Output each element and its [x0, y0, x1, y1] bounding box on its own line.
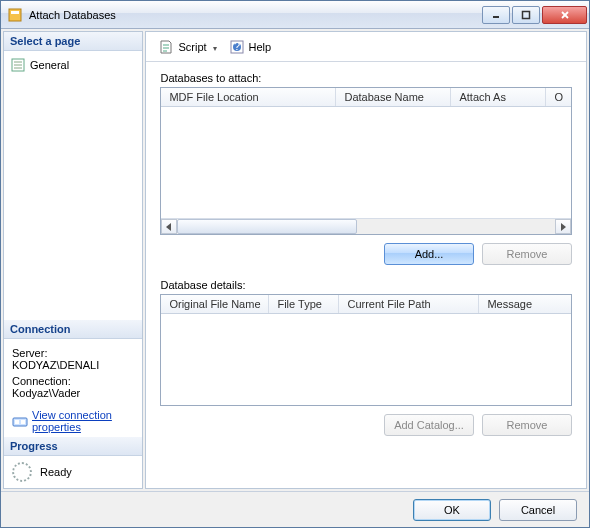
script-label: Script: [178, 41, 206, 53]
remove-detail-button[interactable]: Remove: [482, 414, 572, 436]
col-file-type[interactable]: File Type: [269, 295, 339, 313]
dialog-window: Attach Databases Select a page General C…: [0, 0, 590, 528]
col-database-name[interactable]: Database Name: [336, 88, 451, 106]
dialog-footer: OK Cancel: [1, 491, 589, 527]
view-connection-properties-label: View connection properties: [32, 409, 134, 433]
svg-rect-11: [15, 420, 19, 424]
left-pane: Select a page General Connection Server:…: [3, 31, 143, 489]
add-catalog-button[interactable]: Add Catalog...: [384, 414, 474, 436]
svg-rect-1: [11, 11, 19, 14]
main-content: Databases to attach: MDF File Location D…: [146, 62, 586, 488]
details-grid-body[interactable]: [161, 314, 571, 405]
remove-database-button[interactable]: Remove: [482, 243, 572, 265]
window-buttons: [480, 6, 587, 24]
page-item-label: General: [30, 59, 69, 71]
progress-area: Ready: [4, 456, 142, 488]
svg-rect-12: [21, 420, 25, 424]
titlebar[interactable]: Attach Databases: [1, 1, 589, 29]
database-details-label: Database details:: [160, 279, 572, 291]
svg-rect-0: [9, 9, 21, 21]
page-icon: [10, 57, 26, 73]
databases-to-attach-label: Databases to attach:: [160, 72, 572, 84]
server-value: KODYAZ\DENALI: [12, 359, 134, 371]
right-pane: Script ? Help Databases to attach: MDF F…: [145, 31, 587, 489]
connection-header: Connection: [4, 320, 142, 339]
details-grid-header: Original File Name File Type Current Fil…: [161, 295, 571, 314]
window-title: Attach Databases: [29, 9, 480, 21]
minimize-button[interactable]: [482, 6, 510, 24]
script-icon: [158, 39, 174, 55]
scroll-left-icon[interactable]: [161, 219, 177, 234]
progress-status: Ready: [40, 466, 72, 478]
connection-label: Connection:: [12, 375, 134, 387]
progress-header: Progress: [4, 437, 142, 456]
svg-rect-3: [523, 11, 530, 18]
cancel-button[interactable]: Cancel: [499, 499, 577, 521]
databases-grid-hscroll[interactable]: [161, 218, 571, 234]
server-label: Server:: [12, 347, 134, 359]
databases-grid-header: MDF File Location Database Name Attach A…: [161, 88, 571, 107]
col-message[interactable]: Message: [479, 295, 571, 313]
svg-marker-17: [561, 223, 566, 231]
dialog-body: Select a page General Connection Server:…: [1, 29, 589, 491]
script-button[interactable]: Script: [154, 37, 220, 57]
col-current-path[interactable]: Current File Path: [339, 295, 479, 313]
app-icon: [7, 7, 23, 23]
scroll-right-icon[interactable]: [555, 219, 571, 234]
page-item-general[interactable]: General: [10, 55, 136, 75]
scroll-track[interactable]: [177, 219, 555, 234]
databases-grid[interactable]: MDF File Location Database Name Attach A…: [160, 87, 572, 235]
databases-grid-body[interactable]: [161, 107, 571, 218]
properties-icon: [12, 413, 28, 429]
details-grid[interactable]: Original File Name File Type Current Fil…: [160, 294, 572, 406]
col-extra[interactable]: O: [546, 88, 571, 106]
svg-marker-16: [166, 223, 171, 231]
details-buttons: Add Catalog... Remove: [160, 414, 572, 436]
page-list: General: [4, 51, 142, 320]
databases-buttons: Add... Remove: [160, 243, 572, 265]
scroll-thumb[interactable]: [177, 219, 357, 234]
svg-text:?: ?: [234, 40, 240, 52]
col-attach-as[interactable]: Attach As: [451, 88, 546, 106]
view-connection-properties-link[interactable]: View connection properties: [12, 409, 134, 433]
toolbar: Script ? Help: [146, 32, 586, 62]
col-mdf-location[interactable]: MDF File Location: [161, 88, 336, 106]
help-button[interactable]: ? Help: [225, 37, 276, 57]
connection-value: Kodyaz\Vader: [12, 387, 134, 399]
connection-info: Server: KODYAZ\DENALI Connection: Kodyaz…: [4, 339, 142, 437]
help-icon: ?: [229, 39, 245, 55]
progress-spinner-icon: [12, 462, 32, 482]
add-button[interactable]: Add...: [384, 243, 474, 265]
close-button[interactable]: [542, 6, 587, 24]
ok-button[interactable]: OK: [413, 499, 491, 521]
script-dropdown-icon[interactable]: [211, 41, 217, 53]
help-label: Help: [249, 41, 272, 53]
col-original-filename[interactable]: Original File Name: [161, 295, 269, 313]
maximize-button[interactable]: [512, 6, 540, 24]
select-page-header: Select a page: [4, 32, 142, 51]
